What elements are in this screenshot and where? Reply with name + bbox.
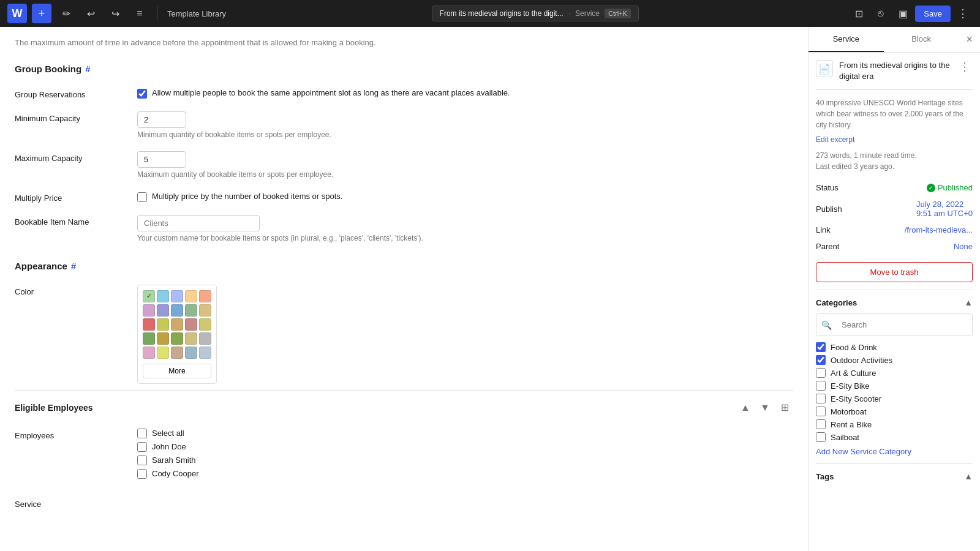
employee-checkbox-john-doe[interactable] bbox=[137, 442, 147, 452]
employees-label: Employees bbox=[15, 429, 125, 440]
color-swatch[interactable] bbox=[171, 318, 183, 331]
color-swatch[interactable] bbox=[157, 290, 169, 302]
tab-service[interactable]: Service bbox=[809, 27, 884, 52]
more-options-button[interactable]: ⋮ bbox=[953, 4, 973, 23]
color-swatch[interactable] bbox=[171, 290, 183, 302]
category-label-e-sity-scooter[interactable]: E-Sity Scooter bbox=[831, 394, 881, 403]
post-excerpt: 40 impressive UNESCO World Heritage site… bbox=[816, 97, 973, 130]
color-swatch[interactable] bbox=[185, 318, 197, 331]
category-label-outdoor-activities[interactable]: Outdoor Activities bbox=[831, 356, 892, 365]
color-swatch[interactable] bbox=[199, 318, 211, 331]
color-swatch[interactable] bbox=[199, 332, 211, 345]
post-card: 📄 From its medieval origins to the digit… bbox=[816, 60, 973, 90]
color-swatch[interactable] bbox=[157, 347, 169, 359]
category-checkbox-motorboat[interactable] bbox=[816, 407, 826, 416]
undo-icon[interactable]: ↩ bbox=[81, 4, 100, 23]
collapse-up-button[interactable]: ▲ bbox=[737, 399, 754, 416]
color-swatch[interactable] bbox=[199, 304, 211, 317]
employee-checkbox-sarah-smith[interactable] bbox=[137, 455, 147, 465]
minimum-capacity-label: Minimum Capacity bbox=[15, 111, 125, 123]
maximum-capacity-input[interactable] bbox=[137, 151, 186, 168]
color-swatch[interactable] bbox=[143, 347, 155, 359]
color-swatch[interactable] bbox=[185, 347, 197, 359]
color-swatch[interactable] bbox=[157, 304, 169, 317]
edit-excerpt-link[interactable]: Edit excerpt bbox=[816, 135, 973, 144]
publish-value[interactable]: July 28, 2022 9:51 am UTC+0 bbox=[916, 200, 973, 218]
category-checkbox-art-culture[interactable] bbox=[816, 368, 826, 378]
category-checkbox-e-sity-bike[interactable] bbox=[816, 381, 826, 391]
color-swatch[interactable] bbox=[185, 332, 197, 345]
post-card-more-button[interactable]: ⋮ bbox=[957, 60, 973, 73]
edit-icon[interactable]: ✏ bbox=[56, 4, 76, 23]
external-link-icon[interactable]: ⎋ bbox=[871, 4, 891, 23]
category-label-e-sity-bike[interactable]: E-Sity Bike bbox=[831, 381, 870, 391]
color-swatch[interactable] bbox=[143, 304, 155, 317]
multiply-price-text[interactable]: Multiply price by the number of booked i… bbox=[152, 191, 342, 202]
sidebar-toggle-icon[interactable]: ▣ bbox=[893, 4, 913, 23]
category-checkbox-sailboat[interactable] bbox=[816, 432, 826, 442]
bookable-item-desc: Your custom name for bookable items or s… bbox=[137, 234, 793, 242]
collapse-expand-button[interactable]: ⊞ bbox=[776, 399, 793, 416]
color-swatch[interactable] bbox=[185, 290, 197, 302]
main-layout: The maximum amount of time in advance be… bbox=[0, 27, 980, 551]
link-value[interactable]: /from-its-medieva... bbox=[905, 225, 973, 234]
group-reservations-checkbox[interactable] bbox=[137, 89, 147, 99]
group-booking-anchor[interactable]: # bbox=[85, 64, 90, 74]
color-swatch[interactable] bbox=[143, 318, 155, 331]
category-checkbox-rent-a-bike[interactable] bbox=[816, 419, 826, 429]
list-view-icon[interactable]: ≡ bbox=[130, 4, 149, 23]
color-swatch[interactable] bbox=[157, 332, 169, 345]
multiply-price-checkbox[interactable] bbox=[137, 192, 147, 202]
appearance-anchor[interactable]: # bbox=[71, 261, 76, 271]
employee-label-sarah-smith[interactable]: Sarah Smith bbox=[152, 455, 196, 465]
color-swatch[interactable] bbox=[185, 304, 197, 317]
bookable-item-input[interactable] bbox=[137, 215, 260, 231]
add-category-link[interactable]: Add New Service Category bbox=[816, 447, 973, 456]
color-swatch[interactable] bbox=[171, 304, 183, 317]
category-label-rent-a-bike[interactable]: Rent a Bike bbox=[831, 420, 872, 429]
color-swatch[interactable]: ✓ bbox=[143, 290, 155, 302]
color-swatch[interactable] bbox=[157, 318, 169, 331]
group-reservations-text[interactable]: Allow multiple people to book the same a… bbox=[152, 88, 510, 99]
group-reservations-content: Allow multiple people to book the same a… bbox=[137, 88, 793, 99]
employee-checkbox-select-all[interactable] bbox=[137, 429, 147, 438]
employee-checkbox-cody-cooper[interactable] bbox=[137, 469, 147, 479]
tab-block[interactable]: Block bbox=[884, 27, 959, 52]
status-value[interactable]: Published bbox=[927, 183, 973, 192]
category-checkbox-outdoor-activities[interactable] bbox=[816, 355, 826, 365]
employee-label-cody-cooper[interactable]: Cody Cooper bbox=[152, 469, 199, 478]
save-button[interactable]: Save bbox=[915, 6, 951, 22]
minimum-capacity-input[interactable] bbox=[137, 111, 186, 128]
employee-label-john-doe[interactable]: John Doe bbox=[152, 442, 186, 451]
employee-label-select-all[interactable]: Select all bbox=[152, 429, 184, 438]
redo-icon[interactable]: ↪ bbox=[105, 4, 125, 23]
toolbar-right: ⊡ ⎋ ▣ Save ⋮ bbox=[849, 4, 973, 23]
category-label-art-culture[interactable]: Art & Culture bbox=[831, 369, 876, 378]
eligible-employees-header[interactable]: Eligible Employees ▲ ▼ ⊞ bbox=[15, 390, 793, 422]
add-button[interactable]: + bbox=[32, 4, 51, 23]
categories-search-input[interactable] bbox=[835, 317, 967, 332]
post-stats: 273 words, 1 minute read time. Last edit… bbox=[816, 150, 973, 172]
parent-value[interactable]: None bbox=[954, 242, 973, 251]
color-swatch[interactable] bbox=[171, 332, 183, 345]
category-label-motorboat[interactable]: Motorboat bbox=[831, 407, 867, 416]
color-swatch[interactable] bbox=[199, 290, 211, 302]
category-label-sailboat[interactable]: Sailboat bbox=[831, 433, 859, 442]
color-swatch[interactable] bbox=[171, 347, 183, 359]
wp-logo-icon[interactable]: W bbox=[7, 4, 27, 23]
color-swatch[interactable] bbox=[143, 332, 155, 345]
move-to-trash-button[interactable]: Move to trash bbox=[816, 262, 973, 282]
document-info[interactable]: From its medieval origins to the digit..… bbox=[432, 6, 639, 21]
view-icon[interactable]: ⊡ bbox=[849, 4, 869, 23]
status-row: Status Published bbox=[816, 179, 973, 196]
category-checkbox-food-drink[interactable] bbox=[816, 342, 826, 352]
category-item: Food & Drink bbox=[816, 342, 973, 352]
sidebar-close-button[interactable]: × bbox=[959, 28, 980, 51]
collapse-down-button[interactable]: ▼ bbox=[756, 399, 774, 416]
categories-toggle-button[interactable]: ▲ bbox=[964, 298, 973, 307]
color-more-button[interactable]: More bbox=[143, 364, 211, 378]
category-checkbox-e-sity-scooter[interactable] bbox=[816, 394, 826, 403]
color-swatch[interactable] bbox=[199, 347, 211, 359]
category-label-food-drink[interactable]: Food & Drink bbox=[831, 343, 877, 352]
tags-toggle-button[interactable]: ▲ bbox=[964, 471, 973, 481]
